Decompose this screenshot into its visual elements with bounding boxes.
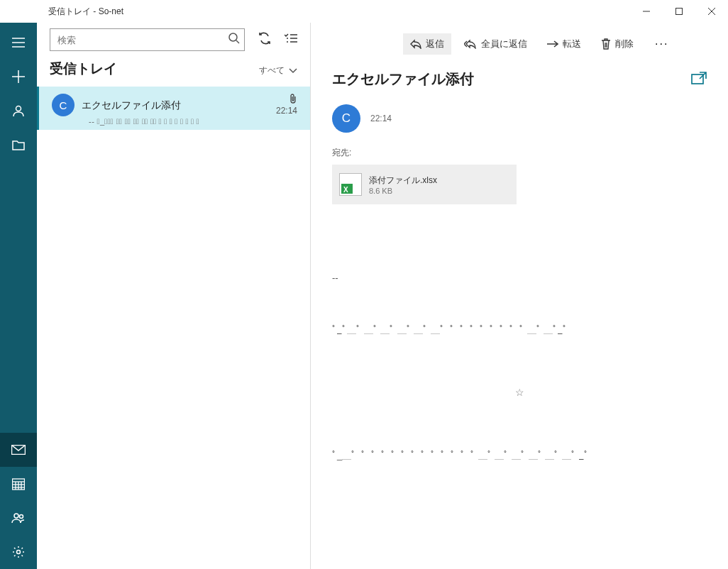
excel-file-icon [339,173,362,196]
folder-title: 受信トレイ [50,60,117,78]
filter-label: すべて [259,65,285,77]
message-toolbar: 返信 全員に返信 転送 削除 ··· [332,23,707,65]
svg-point-18 [14,514,18,518]
filter-dropdown[interactable]: すべて [259,65,297,77]
content-avatar: C [332,104,360,133]
message-list-pane: 受信トレイ すべて C エクセルファイル添付 22:14 -- ﾟ_ﾟ＿ﾟ ＿ﾟ… [37,23,311,569]
attachment-item[interactable]: 添付ファイル.xlsx 8.6 KB [332,165,517,204]
calendar-icon[interactable] [0,467,37,501]
trash-icon [601,38,611,50]
more-actions-button[interactable]: ··· [649,35,674,53]
content-subject: エクセルファイル添付 [332,70,691,89]
svg-point-20 [17,551,21,554]
titlebar: 受信トレイ - So-net [0,0,728,23]
message-item[interactable]: C エクセルファイル添付 22:14 -- ﾟ_ﾟ＿ﾟ ＿ﾟ ＿ﾟ ＿ﾟ ＿ﾟ … [37,87,310,130]
hamburger-icon[interactable] [0,26,37,60]
folders-icon[interactable] [0,128,37,162]
svg-rect-29 [692,74,703,84]
reply-icon [410,39,421,49]
star-divider: ☆ [332,379,707,407]
search-box[interactable] [50,28,245,51]
search-input[interactable] [57,35,228,45]
search-icon[interactable] [228,33,240,47]
select-mode-icon[interactable] [285,33,297,46]
window-controls [630,0,728,23]
mail-icon[interactable] [0,433,37,467]
reply-all-button[interactable]: 全員に返信 [457,33,534,55]
svg-point-19 [20,515,23,519]
attachment-icon [276,94,297,106]
message-body: -- ﾟ_ﾟ＿ﾟ ＿ﾟ ＿ﾟ ＿ﾟ ＿ﾟ ＿ﾟ ﾟ ﾟ ﾟ ﾟ ﾟ ﾟ ﾟ ﾟ … [332,240,707,494]
delete-button[interactable]: 削除 [594,33,641,55]
minimize-button[interactable] [630,0,663,23]
attachment-name: 添付ファイル.xlsx [369,175,437,187]
close-button[interactable] [695,0,728,23]
nav-sidebar [0,23,37,569]
forward-button[interactable]: 転送 [540,33,588,55]
message-preview: -- ﾟ_ﾟ＿ﾟ ＿ﾟ ＿ﾟ ＿ﾟ ＿ﾟ ＿ﾟ ﾟ ﾟ ﾟ ﾟ ﾟ ﾟ ﾟ ﾟ [82,117,297,126]
attachment-size: 8.6 KB [369,187,437,195]
refresh-icon[interactable] [258,32,272,48]
to-label: 宛先: [332,147,707,159]
svg-point-21 [229,33,237,41]
content-time: 22:14 [370,114,392,123]
sender-avatar: C [52,94,75,116]
message-time: 22:14 [276,106,297,116]
open-external-icon[interactable] [691,72,707,87]
message-subject: エクセルファイル添付 [82,99,276,112]
forward-icon [547,40,558,48]
settings-icon[interactable] [0,535,37,569]
chevron-down-icon [289,68,297,74]
reply-all-icon [464,39,477,49]
people-icon[interactable] [0,501,37,535]
window-title: 受信トレイ - So-net [48,6,123,18]
svg-rect-1 [676,9,683,15]
reply-button[interactable]: 返信 [403,33,451,55]
svg-point-9 [16,106,21,111]
compose-icon[interactable] [0,60,37,94]
accounts-icon[interactable] [0,94,37,128]
reading-pane: 返信 全員に返信 転送 削除 ··· エクセルファイル添付 C 22:14 [311,23,728,569]
maximize-button[interactable] [663,0,695,23]
svg-line-22 [236,40,239,43]
